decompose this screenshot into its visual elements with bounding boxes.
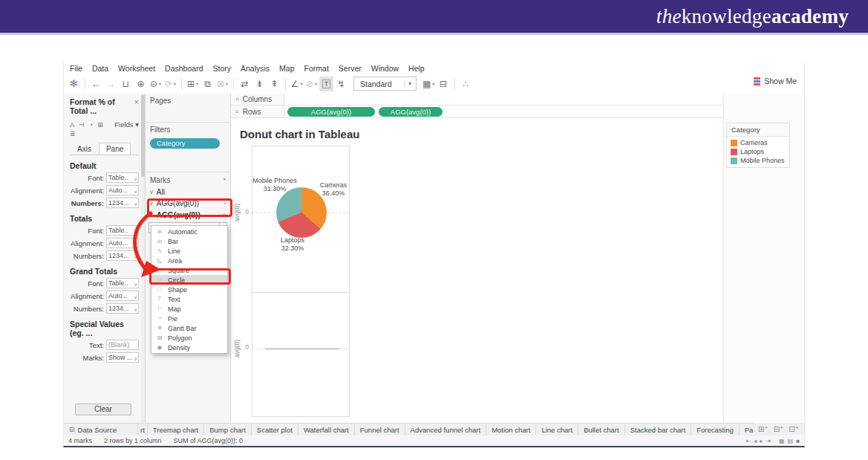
sheet-tab[interactable]: Data Source <box>64 424 138 435</box>
filters-shelf[interactable]: Filters Category <box>146 123 230 172</box>
pause-auto-updates-button[interactable]: ⊝▾ <box>149 77 163 91</box>
legend-item[interactable]: Cameras <box>727 138 789 147</box>
sheet-tab[interactable]: Bump chart <box>204 424 252 435</box>
menu-item[interactable]: Window <box>371 64 399 73</box>
lines-format-icon[interactable]: ≣ <box>70 130 76 137</box>
redo-button[interactable]: →▾ <box>104 77 118 91</box>
sheet-tab[interactable]: Waterfall chart <box>298 424 355 435</box>
shading-format-icon[interactable]: ◔ <box>89 121 93 129</box>
format-row-select[interactable]: Auto... <box>106 238 139 248</box>
menu-item[interactable]: Map <box>279 64 294 73</box>
toolbar-separator[interactable]: ▾ <box>85 78 85 90</box>
sheet-tab[interactable]: Forecasting <box>691 424 740 435</box>
marks-agg-row-2[interactable]: ∧ AGG(avg(0)) ılı <box>146 209 230 221</box>
new-worksheet-button[interactable]: ⊞▾ <box>186 77 200 91</box>
mark-type-option[interactable]: ◺ Area <box>151 256 227 265</box>
format-row-select[interactable]: (Blank) <box>106 340 139 350</box>
menu-item[interactable]: Format <box>304 64 329 73</box>
mark-type-option[interactable]: ⊞ Polygon <box>151 333 227 343</box>
format-tab[interactable]: Axis <box>70 143 99 155</box>
rows-shelf-drop[interactable]: AGG(avg(0))AGG(avg(0)) <box>284 106 723 117</box>
toolbar-separator[interactable]: ▾ <box>233 78 234 90</box>
alignment-format-icon[interactable]: ⊣ <box>79 121 85 129</box>
tableau-logo-icon[interactable]: ✻▾ <box>67 77 81 91</box>
format-row-select[interactable]: Table.. <box>106 278 139 288</box>
fix-axes-button[interactable]: ↯▾ <box>334 77 348 91</box>
last-sheet-button[interactable]: ⇥ <box>766 438 771 444</box>
rows-pill[interactable]: AGG(avg(0)) <box>287 107 375 117</box>
format-row-select[interactable]: Table.. <box>106 225 139 236</box>
format-row-select[interactable]: Auto... <box>106 291 139 301</box>
format-panel-scrollbar[interactable] <box>141 94 145 423</box>
new-dashboard-tab-button[interactable]: ⊟⁺ <box>774 425 784 433</box>
format-tab[interactable]: Pane <box>99 143 131 155</box>
presentation-mode-button[interactable]: ⊟▾ <box>437 77 451 91</box>
mark-type-option[interactable]: ⊤ Text <box>151 294 227 304</box>
first-sheet-button[interactable]: ⇤ <box>746 438 751 444</box>
sheet-tab[interactable]: Advanced funnel chart <box>405 424 487 435</box>
clear-button[interactable]: Clear <box>75 404 131 415</box>
next-sheet-button[interactable]: ▸ <box>760 438 763 444</box>
columns-shelf-drop[interactable] <box>284 94 723 105</box>
format-row-select[interactable]: 1234... <box>106 198 139 208</box>
show-hide-cards-button[interactable]: ▦▾ <box>422 77 436 91</box>
chevron-down-icon[interactable]: ▾ <box>223 176 226 184</box>
pages-shelf[interactable]: Pages <box>146 94 230 123</box>
toolbar-separator[interactable]: ▾ <box>454 78 455 90</box>
highlight-button[interactable]: ∠▾ <box>290 77 304 91</box>
marks-all-row[interactable]: ∨ All <box>146 187 230 198</box>
mark-type-option[interactable]: ◔ Pie <box>151 314 227 323</box>
menu-item[interactable]: File <box>70 64 82 73</box>
mark-type-option[interactable]: ∷ Shape <box>151 285 227 294</box>
duplicate-sheet-button[interactable]: ⧉▾ <box>200 77 215 91</box>
format-row-select[interactable]: 1234... <box>106 250 139 261</box>
sheet-tab[interactable]: Line chart <box>536 424 578 435</box>
font-format-icon[interactable]: A <box>70 121 74 129</box>
mark-type-option[interactable]: ılı Bar <box>151 236 227 246</box>
sort-descending-button[interactable]: ⇞▾ <box>267 77 281 91</box>
undo-button[interactable]: ←▾ <box>89 77 103 91</box>
show-mark-labels-button[interactable]: T▾ <box>319 77 333 91</box>
mark-type-option[interactable]: □ Square <box>151 265 227 275</box>
show-me-button[interactable]: Show Me <box>754 77 797 85</box>
legend-item[interactable]: Laptops <box>727 147 789 156</box>
format-row-select[interactable]: Auto... <box>106 185 139 195</box>
menu-item[interactable]: Worksheet <box>118 64 155 73</box>
new-worksheet-tab-button[interactable]: ⊞⁺ <box>758 425 769 433</box>
flat-line-mark[interactable] <box>265 349 339 349</box>
format-row-select[interactable]: Table.. <box>106 172 139 183</box>
swap-rows-columns-button[interactable]: ⇄▾ <box>238 77 252 91</box>
sort-ascending-button[interactable]: ⇟▾ <box>252 77 267 91</box>
sheet-tab[interactable]: Motion chart <box>486 424 536 435</box>
previous-sheet-button[interactable]: ◂ <box>754 438 757 444</box>
mark-type-option[interactable]: ◉ Density <box>151 343 227 352</box>
filter-pill-category[interactable]: Category <box>150 138 220 149</box>
sheet-tab[interactable]: Bullet chart <box>578 424 625 435</box>
menu-item[interactable]: Data <box>92 64 108 73</box>
mark-type-option[interactable]: ∿ Line <box>151 246 227 256</box>
new-data-source-button[interactable]: ⊕▾ <box>134 77 148 91</box>
toolbar-separator[interactable]: ▾ <box>285 78 286 90</box>
sheet-tab[interactable]: Scatter plot <box>252 424 298 435</box>
mark-type-option[interactable]: ⚐ Map <box>151 304 227 314</box>
format-row-select[interactable]: Show ... <box>106 352 139 363</box>
toolbar-separator[interactable]: ▾ <box>181 78 182 90</box>
mark-type-option[interactable]: ○ Circle <box>151 275 227 285</box>
clear-sheet-button[interactable]: ⊠▾ <box>215 77 229 91</box>
format-row-select[interactable]: 1234... <box>106 303 139 314</box>
share-button[interactable]: ∴▾ <box>459 77 473 91</box>
fit-selector[interactable]: Standard ▼ <box>353 77 417 91</box>
close-icon[interactable]: × <box>134 97 139 115</box>
borders-format-icon[interactable]: ⊞ <box>97 121 103 129</box>
show-filmstrip-view-button[interactable]: ▤ <box>788 438 794 444</box>
menu-item[interactable]: Story <box>212 64 231 73</box>
sheet-tab[interactable]: Treemap chart <box>148 424 204 435</box>
sheet-tab[interactable]: rt <box>138 424 148 435</box>
group-members-button[interactable]: ⊘▾ <box>304 77 319 91</box>
menu-item[interactable]: Dashboard <box>165 64 203 73</box>
show-tabs-view-button[interactable]: ▦ <box>779 438 785 444</box>
new-story-tab-button[interactable]: ⊡⁺ <box>789 425 799 433</box>
menu-item[interactable]: Analysis <box>241 64 270 73</box>
marks-agg-row-1[interactable]: ∨ AGG(avg(0)) ◔ <box>146 198 230 209</box>
save-button[interactable]: ⊔▾ <box>119 77 133 91</box>
